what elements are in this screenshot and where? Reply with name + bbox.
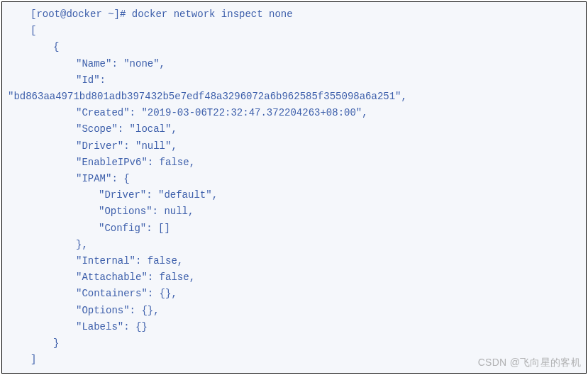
json-scope-field: "Scope": "local", (2, 121, 586, 138)
json-options-field: "Options": {}, (2, 303, 586, 319)
json-driver-field: "Driver": "null", (2, 138, 586, 155)
json-open-bracket: [ (2, 23, 586, 39)
json-enableipv6-field: "EnableIPv6": false, (2, 155, 586, 171)
json-id-value: "bd863aa4971bd801adb397432b5e7edf48a3296… (2, 89, 586, 105)
json-attachable-field: "Attachable": false, (2, 269, 586, 286)
json-labels-field: "Labels": {} (2, 319, 586, 335)
json-open-brace: { (2, 39, 586, 55)
command-prompt-line: [root@docker ~]# docker network inspect … (2, 6, 586, 23)
json-ipam-driver: "Driver": "default", (2, 187, 586, 203)
json-close-brace: } (2, 335, 586, 352)
watermark-text: CSDN @飞向星的客机 (478, 357, 581, 369)
json-name-field: "Name": "none", (2, 56, 586, 72)
json-internal-field: "Internal": false, (2, 253, 586, 269)
json-ipam-config: "Config": [] (2, 220, 586, 237)
json-containers-field: "Containers": {}, (2, 286, 586, 302)
json-created-field: "Created": "2019-03-06T22:32:47.37220426… (2, 105, 586, 121)
json-ipam-close: }, (2, 237, 586, 253)
json-ipam-open: "IPAM": { (2, 171, 586, 187)
terminal-code-block: [root@docker ~]# docker network inspect … (1, 1, 587, 374)
json-ipam-options: "Options": null, (2, 203, 586, 220)
json-id-key: "Id": (2, 72, 586, 89)
